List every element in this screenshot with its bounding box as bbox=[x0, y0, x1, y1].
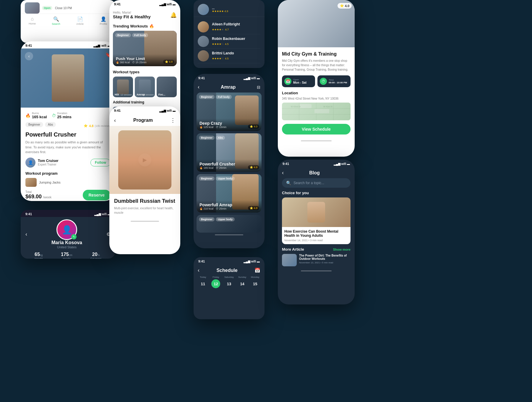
view-schedule-button[interactable]: View Schedule bbox=[282, 124, 351, 134]
open-status: Open bbox=[42, 6, 52, 10]
back-button-program[interactable]: ‹ bbox=[114, 117, 116, 124]
phone-trainers: ... ★★★★★ 4.9 Aileen Fullbright ★★★★★ 4.… bbox=[194, 0, 265, 68]
workout-types: Hiit 12 session Amrap 15 session Foc... bbox=[113, 77, 177, 97]
article-item-1[interactable]: The Power of Dirt: The Benefits of Outdo… bbox=[278, 254, 355, 269]
close-time: Close 10 PM bbox=[55, 7, 72, 10]
workout-card-2[interactable]: Beginner Abs Powerfull Crusher 🔥 165 kca… bbox=[197, 133, 262, 172]
workout-rating: ⭐ 4.8 (10k reviews) bbox=[84, 124, 111, 128]
trainer-avatar: 👤 bbox=[25, 158, 35, 168]
time: 9:41 bbox=[25, 44, 32, 47]
type-hiit[interactable]: Hiit 12 session bbox=[113, 77, 133, 97]
phone-gym-search: Open Close 10 PM ⌂ Home 🔍 Search 📄 Artic… bbox=[21, 0, 115, 43]
trainer-name: Tom Cruiser bbox=[38, 159, 59, 163]
search-placeholder: Search for a topic... bbox=[293, 181, 324, 185]
type-amrap[interactable]: Amrap 15 session bbox=[135, 77, 155, 97]
home-indicator bbox=[215, 234, 243, 235]
schedule-header: ‹ Schedule 📅 bbox=[194, 264, 265, 276]
gym-info: 📅 Open Mon - Sat ⏱ Time 09:00 - 10:00 PM bbox=[282, 75, 351, 87]
gym-time-info: ⏱ Time 09:00 - 10:00 PM bbox=[317, 75, 351, 87]
article-title: How Exercise Can Boost Mental Health in … bbox=[284, 229, 348, 238]
greeting-text: Hello, Maria! bbox=[113, 11, 151, 14]
exercise-figure bbox=[118, 130, 171, 189]
profile-avatar-container: 👤 ✎ bbox=[56, 219, 77, 240]
follow-button[interactable]: Follow bbox=[90, 159, 111, 166]
nav-search[interactable]: 🔍 Search bbox=[52, 16, 60, 25]
back-button[interactable]: ‹ bbox=[25, 52, 33, 60]
edit-avatar-button[interactable]: ✎ bbox=[71, 234, 77, 239]
status-bar: 9:41 ▂▄▆ wifi ▬ bbox=[21, 41, 115, 48]
price-value: $69.00 bbox=[25, 194, 42, 200]
main-greeting: Stay Fit & Healthy bbox=[113, 14, 151, 19]
amrap-header: ‹ Amrap ⊟ bbox=[194, 81, 265, 93]
nav-profile[interactable]: 👤 Profile bbox=[100, 16, 107, 25]
workout-card-4-partial[interactable]: Beginner Upper body bbox=[197, 215, 262, 233]
gym-open-info: 📅 Open Mon - Sat bbox=[282, 75, 315, 87]
status-bar-profile: 9:41 ▂▄▆ wifi ▬ bbox=[21, 210, 115, 217]
gym-description: Mid City Gym offers it's members a one s… bbox=[282, 59, 351, 72]
phone-program: 9:41 ▂▄▆ wifi ▬ ‹ Program ⋮ ▶ Dumbbell R… bbox=[109, 106, 180, 254]
tag-beginner: Beginner bbox=[115, 33, 131, 37]
trainer-robin[interactable]: Robin Backenbauer ★★★★½ 4.5 bbox=[198, 34, 260, 49]
home-indicator bbox=[301, 140, 332, 141]
day-13[interactable]: Saturday 13 bbox=[224, 276, 234, 288]
workout-stats: 🔥 Burns 165 kcal ⏱ Duration 25 mins bbox=[25, 112, 111, 119]
program-exercise: Jumping Jacks bbox=[39, 181, 61, 184]
day-12[interactable]: Friday 12 bbox=[211, 276, 220, 288]
home-indicator bbox=[131, 221, 159, 222]
svg-rect-6 bbox=[300, 104, 312, 108]
trainer-info: 👤 Tom Cruiser Expert Trainer Follow bbox=[25, 158, 111, 168]
blog-header: ‹ Blog bbox=[278, 167, 355, 178]
workout-card-3[interactable]: Beginner Upper body Powerfull Amrap 🔥 21… bbox=[197, 174, 262, 213]
trainer-role: Expert Trainer bbox=[38, 163, 59, 166]
type-focus[interactable]: Foc... bbox=[157, 77, 177, 97]
workout-card-1[interactable]: Beginner Full body Deep Crazy 🔥 125 kcal… bbox=[197, 93, 262, 131]
show-more-btn[interactable]: Show more bbox=[333, 248, 351, 251]
workout-types-header: Workout types bbox=[113, 70, 177, 74]
phone-workout-detail: 9:41 ▂▄▆ wifi ▬ ‹ 🔖 🔥 Burns 165 kcal bbox=[21, 41, 115, 201]
program-title: Program bbox=[133, 118, 153, 123]
filter-icon[interactable]: ⊟ bbox=[257, 85, 260, 90]
gym-rating: ⭐ 4.0 bbox=[338, 3, 352, 9]
wifi-icon: wifi bbox=[101, 44, 106, 47]
reserve-button[interactable]: Reserve bbox=[83, 190, 111, 200]
article-meta: November 14, 2021 • 3 min read bbox=[284, 239, 348, 242]
fire-icon: 🔥 bbox=[149, 24, 154, 28]
card-tag-1: Beginner bbox=[199, 95, 215, 99]
workout-title: Powerfull Crusher bbox=[25, 131, 111, 138]
gym-hero: ⭐ 4.0 bbox=[278, 0, 355, 47]
tag-fullbody: Full body bbox=[132, 33, 148, 37]
day-11[interactable]: Today 11 bbox=[199, 276, 207, 288]
home-indicator bbox=[301, 270, 332, 271]
trending-kcal: 🔥 360 kcal bbox=[116, 61, 130, 64]
day-14[interactable]: Sunday 14 bbox=[238, 276, 247, 288]
profile-stats: 65kg Weight 175cm Height 20% Fat mass bbox=[25, 252, 111, 259]
trainer-aileen[interactable]: Aileen Fullbright ★★★★★ 4.7 bbox=[198, 20, 260, 34]
phone-profile: 9:41 ▂▄▆ wifi ▬ ‹ 👤 ✎ Maria Kosova Unite… bbox=[21, 210, 115, 259]
main-article-card[interactable]: How Exercise Can Boost Mental Health in … bbox=[282, 197, 351, 244]
tag-abs: Abs bbox=[45, 122, 56, 127]
gym-map[interactable]: W 42nd St W 41st St bbox=[282, 103, 351, 120]
search-icon: 🔍 bbox=[286, 181, 291, 185]
gym-thumbnail bbox=[25, 2, 40, 14]
trainer-brittni[interactable]: Brittni Lando ★★★★½ 4.5 bbox=[198, 49, 260, 63]
profile-name: Maria Kosova bbox=[27, 240, 106, 245]
trending-card[interactable]: Beginner Full body Push Your Limit 🔥 360… bbox=[113, 31, 177, 66]
article-name: The Power of Dirt: The Benefits of Outdo… bbox=[299, 254, 351, 260]
day-15[interactable]: Monday 15 bbox=[251, 276, 259, 288]
svg-text:W 42nd St: W 42nd St bbox=[291, 106, 301, 108]
more-articles-header: More Article Show more bbox=[278, 247, 355, 254]
calendar-icon[interactable]: 📅 bbox=[254, 268, 260, 273]
menu-icon[interactable]: ⋮ bbox=[170, 117, 176, 124]
notification-icon[interactable]: 🔔 bbox=[170, 12, 177, 18]
article-date: November 13, 2021 • 5 min read bbox=[299, 261, 351, 264]
program-header: ‹ Program ⋮ bbox=[109, 114, 180, 126]
exercise-title: Dumbbell Russian Twist bbox=[114, 198, 176, 204]
nav-article[interactable]: 📄 Article bbox=[76, 16, 84, 25]
exercise-hero: ▶ bbox=[109, 126, 180, 194]
phone-blog: 9:41 ▂▄▆ wifi ▬ ‹ Blog 🔍 Search for a to… bbox=[278, 160, 355, 304]
blog-search[interactable]: 🔍 Search for a topic... bbox=[282, 178, 351, 188]
nav-home[interactable]: ⌂ Home bbox=[29, 16, 36, 25]
gym-name: Mid City Gym & Training bbox=[282, 51, 351, 57]
exercise-description: Multi-joint exercise, excellent for hear… bbox=[114, 206, 176, 215]
bottom-navigation: ⌂ Home 🔍 Search 📄 Article 👤 Profile bbox=[21, 14, 115, 27]
